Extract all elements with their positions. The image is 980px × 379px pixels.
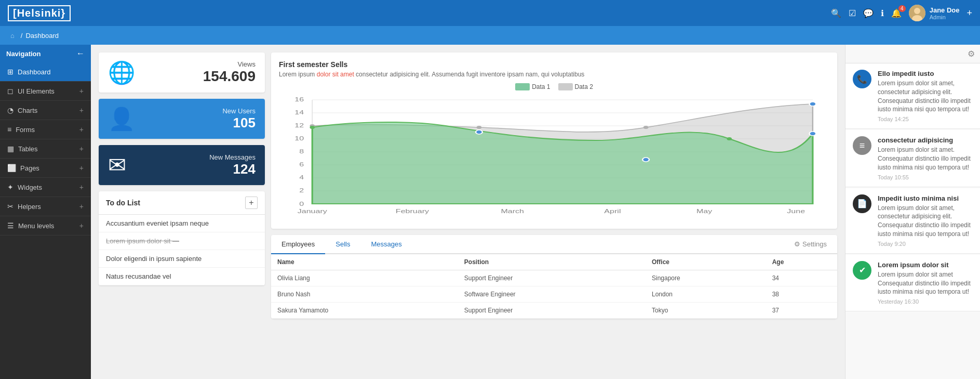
todo-header: To do List + [99,191,265,215]
todo-add-button[interactable]: + [245,197,258,209]
svg-text:6: 6 [299,162,304,167]
tab-messages[interactable]: Messages [361,235,412,254]
cell-name: Olivia Liang [271,270,458,286]
col-header-office: Office [646,254,766,270]
list-item: Natus recusandae vel [99,268,265,285]
notification-item: 📞 Ello impedit iusto Lorem ipsum dolor s… [845,63,980,129]
checkmark-icon[interactable]: ☑ [849,8,856,18]
pages-expand[interactable]: + [79,164,84,172]
user-plus-button[interactable]: + [966,8,972,19]
notification-phone-icon: 📞 [853,70,871,88]
settings-gear-icon[interactable]: ⚙ [968,49,975,59]
notification-check-icon: ✔ [853,261,871,280]
bell-icon[interactable]: 🔔 4 [891,8,902,18]
user-icon: 👤 [108,106,135,132]
cell-office: Singapore [646,270,766,286]
svg-text:16: 16 [294,97,304,102]
cell-office: Tokyo [646,303,766,319]
sidebar-item-pages[interactable]: ⬜ Pages + [0,159,91,178]
charts-expand[interactable]: + [79,106,84,114]
content-area: 🌐 Views 154.609 👤 New Users 105 ✉ [91,45,845,379]
notification-title: Ello impedit iusto [878,70,973,77]
cell-name: Bruno Nash [271,286,458,303]
sidebar: Navigation ← ⊞ Dashboard ◻ UI Elements +… [0,45,91,379]
col-header-name: Name [271,254,458,270]
todo-title: To do List [106,199,140,207]
tab-sells[interactable]: Sells [325,235,360,254]
notification-time: Today 14:25 [878,116,973,122]
views-value: 154.609 [203,68,256,85]
sidebar-item-forms[interactable]: ≡ Forms + [0,120,91,139]
info-icon[interactable]: ℹ [881,8,884,18]
dashboard-icon: ⊞ [7,68,14,76]
svg-text:10: 10 [294,136,304,141]
search-icon[interactable]: 🔍 [831,8,841,18]
sidebar-nav-header: Navigation ← [0,45,91,62]
sidebar-item-label: Dashboard [18,68,51,76]
chart-title-rest: Sells [331,60,348,69]
sidebar-item-menu-levels[interactable]: ☰ Menu levels + [0,216,91,236]
pages-icon: ⬜ [7,164,16,172]
sidebar-item-widgets[interactable]: ✦ Widgets + [0,178,91,197]
main-layout: Navigation ← ⊞ Dashboard ◻ UI Elements +… [0,45,980,379]
svg-text:February: February [396,208,429,214]
sidebar-item-dashboard[interactable]: ⊞ Dashboard [0,62,91,82]
notification-title: Lorem ipsum dolor sit [878,261,973,269]
user-role: Admin [930,14,960,20]
sidebar-item-label: Widgets [18,184,42,191]
chart-svg: 0 2 4 6 8 10 12 14 [279,95,829,219]
cell-position: Software Engineer [458,286,646,303]
legend-label-data1: Data 1 [532,83,550,90]
new-messages-value: 124 [209,161,256,177]
svg-point-28 [476,130,482,134]
sidebar-item-label: Menu levels [18,222,54,230]
nav-icons: 🔍 ☑ 💬 ℹ 🔔 4 Jane Doe Admin + [831,5,972,21]
cell-age: 37 [766,303,837,319]
new-users-value: 105 [222,115,256,131]
home-icon[interactable]: ⌂ [10,32,15,40]
menu-levels-expand[interactable]: + [79,221,84,230]
chart-title: First semester Sells [279,60,829,69]
svg-text:8: 8 [299,149,304,154]
col-header-age: Age [766,254,837,270]
breadcrumb: ⌂ / Dashboard [0,26,980,45]
sidebar-item-helpers[interactable]: ✂ Helpers + [0,197,91,216]
user-menu[interactable]: Jane Doe Admin [909,5,960,21]
tab-employees[interactable]: Employees [271,235,325,254]
chart-subtitle-link[interactable]: dolor sit amet [317,71,354,78]
sidebar-item-label: Charts [18,107,37,114]
tables-expand[interactable]: + [79,145,84,153]
col-header-position: Position [458,254,646,270]
notification-text: Lorem ipsum dolor sit amet Consequatur d… [878,270,973,296]
table-row: Olivia Liang Support Engineer Singapore … [271,270,837,286]
widgets-expand[interactable]: + [79,183,84,191]
cell-office: London [646,286,766,303]
svg-text:2: 2 [299,188,304,193]
chart-title-bold: First semester [279,60,329,69]
svg-text:12: 12 [294,123,304,128]
sidebar-item-ui-elements[interactable]: ◻ UI Elements + [0,82,91,101]
legend-color-data2 [558,83,573,90]
notification-title: consectetur adipisicing [878,136,973,144]
tables-icon: ▦ [7,145,14,153]
notification-list-icon: ≡ [853,136,871,155]
breadcrumb-page: Dashboard [25,32,59,40]
legend-color-data1 [515,83,530,90]
svg-point-30 [727,137,732,140]
notification-item: ≡ consectetur adipisicing Lorem ipsum do… [845,130,980,187]
sidebar-toggle-button[interactable]: ← [76,49,85,58]
chat-icon[interactable]: 💬 [863,8,874,18]
sidebar-item-tables[interactable]: ▦ Tables + [0,139,91,159]
right-column: First semester Sells Lorem ipsum dolor s… [271,53,837,342]
helpers-expand[interactable]: + [79,202,84,211]
helpers-icon: ✂ [7,202,14,211]
svg-text:4: 4 [299,175,304,180]
sidebar-item-charts[interactable]: ◔ Charts + [0,101,91,120]
ui-elements-expand[interactable]: + [79,87,84,95]
ui-elements-icon: ◻ [7,87,14,95]
table-tabs: Employees Sells Messages ⚙ Settings [271,235,837,254]
brand-logo[interactable]: [Helsinki} [8,5,71,21]
tab-settings[interactable]: ⚙ Settings [784,235,837,254]
svg-point-29 [642,158,649,162]
forms-expand[interactable]: + [79,125,84,134]
